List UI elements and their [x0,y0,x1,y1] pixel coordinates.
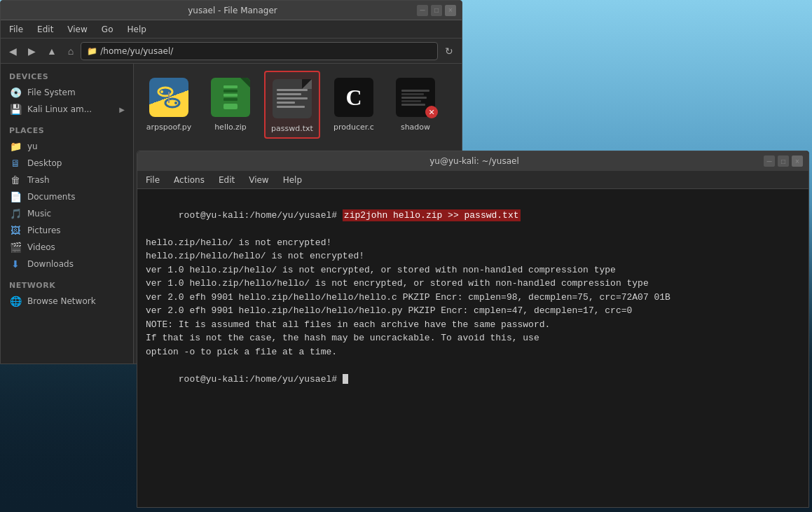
window-controls: ─ □ × [417,5,456,16]
terminal-command-line: root@yu-kali:/home/yu/yusael# zip2john h… [146,195,800,236]
terminal-titlebar: yu@yu-kali: ~/yusael ─ □ × [137,151,808,171]
downloads-label: Downloads [27,259,74,269]
file-icon-producerc: C [331,75,376,120]
yu-folder-icon: 📁 [9,141,22,152]
svg-point-1 [160,90,163,93]
home-button[interactable]: ⌂ [64,43,78,60]
file-item-shadow[interactable]: ✕ shadow [387,71,443,139]
sidebar-item-yu[interactable]: 📁 yu [1,138,133,155]
refresh-button[interactable]: ↻ [441,43,457,60]
file-manager-title: yusael - File Manager [48,6,417,15]
kali-label: Kali Linux am... [27,104,92,114]
menu-edit[interactable]: Edit [32,23,59,36]
network-section-header: NETWORK [1,278,133,293]
sidebar-item-videos[interactable]: 🎬 Videos [1,239,133,256]
terminal-content[interactable]: root@yu-kali:/home/yu/yusael# zip2john h… [137,189,808,507]
documents-icon: 📄 [9,191,22,202]
downloads-icon: ⬇ [9,258,22,270]
network-icon: 🌐 [9,296,22,307]
terminal-menu-view[interactable]: View [243,174,274,186]
file-icon-shadow: ✕ [393,75,438,120]
terminal-menu-actions[interactable]: Actions [168,174,210,186]
terminal-output-6: NOTE: It is assumed that all files in ea… [146,318,800,332]
terminal-menu-edit[interactable]: Edit [213,174,240,186]
music-icon: 🎵 [9,208,22,219]
producerc-label: producer.c [333,123,374,132]
yu-label: yu [27,141,38,151]
file-manager-titlebar: yusael - File Manager ─ □ × [1,1,462,20]
documents-label: Documents [27,192,75,202]
forward-button[interactable]: ▶ [24,43,40,60]
file-item-hellozip[interactable]: hello.zip [202,71,259,139]
sidebar-item-filesystem[interactable]: 💿 File System [1,84,133,101]
terminal-output-3: ver 1.0 hello.zip/hello/hello/ is not en… [146,277,800,291]
maximize-button[interactable]: □ [431,5,442,16]
kali-icon: 💾 [9,104,22,115]
terminal-output-5: ver 2.0 efh 9901 hello.zip/hello/hello/h… [146,304,800,318]
terminal-output-1: hello.zip/hello/hello/ is not encrypted! [146,249,800,263]
back-button[interactable]: ◀ [5,43,21,60]
file-item-passwd[interactable]: passwd.txt [264,71,320,139]
desktop-label: Desktop [27,158,62,168]
terminal-menubar: File Actions Edit View Help [137,171,808,189]
terminal-window-controls: ─ □ × [764,155,803,167]
sidebar: DEVICES 💿 File System 💾 Kali Linux am...… [1,64,134,364]
sidebar-item-kali[interactable]: 💾 Kali Linux am... ▶ [1,101,133,118]
file-item-arpspoof[interactable]: arpspoof.py [141,71,197,139]
terminal-output-8: option -o to pick a file at a time. [146,345,800,359]
menu-file[interactable]: File [4,23,29,36]
trash-label: Trash [27,175,50,185]
address-icon: 📁 [87,46,97,56]
file-item-producerc[interactable]: C producer.c [326,71,382,139]
terminal-minimize-button[interactable]: ─ [764,155,775,167]
filesystem-label: File System [27,88,76,97]
file-icon-passwd [270,76,315,121]
videos-label: Videos [27,242,55,252]
shadow-x-badge: ✕ [425,106,438,118]
arpspoof-label: arpspoof.py [146,123,191,132]
file-manager-menubar: File Edit View Go Help [1,20,462,39]
desktop-icon: 🖥 [9,158,22,169]
terminal-final-prompt-text: root@yu-kali:/home/yu/yusael# [179,374,343,385]
menu-go[interactable]: Go [96,23,119,36]
pictures-icon: 🖼 [9,225,22,236]
file-icon-hellozip [208,75,253,120]
terminal-command-highlight: zip2john hello.zip >> passwd.txt [343,209,521,221]
places-section-header: PLACES [1,123,133,138]
address-bar[interactable]: 📁 /home/yu/yusael/ [81,42,438,60]
terminal-cursor [343,374,348,384]
kali-arrow: ▶ [119,106,125,113]
close-button[interactable]: × [445,5,456,16]
terminal-window: yu@yu-kali: ~/yusael ─ □ × File Actions … [137,151,809,508]
pictures-label: Pictures [27,226,61,235]
terminal-menu-help[interactable]: Help [277,174,308,186]
devices-section-header: DEVICES [1,69,133,84]
minimize-button[interactable]: ─ [417,5,428,16]
menu-view[interactable]: View [62,23,92,36]
terminal-prompt: root@yu-kali:/home/yu/yusael# [179,210,343,221]
up-button[interactable]: ▲ [43,43,61,60]
terminal-close-button[interactable]: × [792,155,803,167]
hellozip-label: hello.zip [214,123,247,132]
sidebar-item-documents[interactable]: 📄 Documents [1,188,133,205]
sidebar-item-downloads[interactable]: ⬇ Downloads [1,256,133,272]
sidebar-item-trash[interactable]: 🗑 Trash [1,172,133,188]
terminal-output-2: ver 1.0 hello.zip/hello/ is not encrypte… [146,263,800,277]
terminal-output-7: If that is not the case, the hash may be… [146,331,800,345]
svg-point-3 [174,102,177,104]
file-icon-arpspoof [146,75,191,120]
terminal-output-4: ver 2.0 efh 9901 hello.zip/hello/hello/h… [146,291,800,305]
address-path: /home/yu/yusael/ [100,46,173,56]
toolbar: ◀ ▶ ▲ ⌂ 📁 /home/yu/yusael/ ↻ [1,39,462,64]
shadow-label: shadow [401,123,430,132]
sidebar-item-music[interactable]: 🎵 Music [1,205,133,222]
terminal-maximize-button[interactable]: □ [778,155,789,167]
menu-help[interactable]: Help [121,23,151,36]
music-label: Music [27,209,51,219]
terminal-menu-file[interactable]: File [140,174,165,186]
sidebar-item-pictures[interactable]: 🖼 Pictures [1,222,133,239]
browse-network-label: Browse Network [27,296,96,306]
trash-icon: 🗑 [9,174,22,186]
sidebar-item-desktop[interactable]: 🖥 Desktop [1,155,133,172]
sidebar-item-browse-network[interactable]: 🌐 Browse Network [1,293,133,310]
